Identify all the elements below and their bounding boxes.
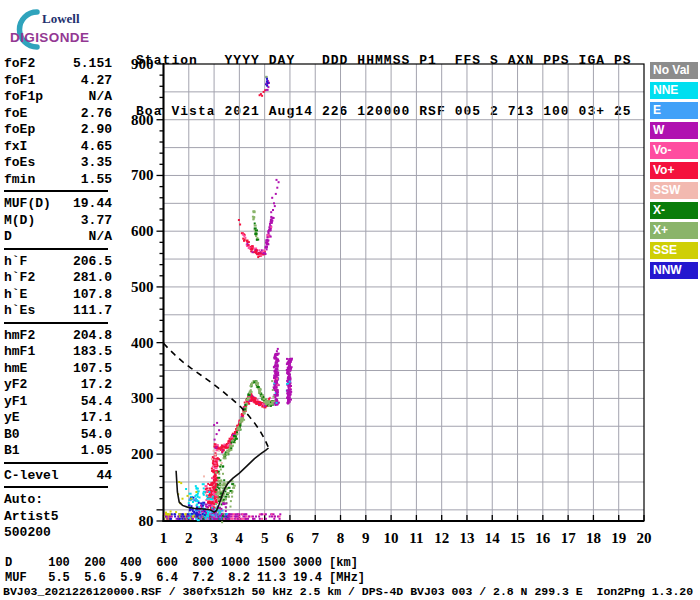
svg-text:18: 18 [586, 530, 601, 546]
svg-text:500: 500 [131, 279, 154, 295]
svg-text:900: 900 [131, 56, 154, 72]
svg-text:4: 4 [236, 530, 244, 546]
muf-row: MUF 5.5 5.6 5.9 6.4 7.2 8.2 11.3 19.4 [M… [5, 571, 365, 586]
legend-item-nnw: NNW [650, 262, 698, 279]
svg-text:700: 700 [131, 167, 154, 183]
legend-item-x+: X+ [650, 222, 698, 239]
svg-text:20: 20 [637, 530, 652, 546]
legend-item-e: E [650, 102, 698, 119]
svg-text:300: 300 [131, 390, 154, 406]
svg-text:14: 14 [485, 530, 501, 546]
legend-item-nne: NNE [650, 82, 698, 99]
svg-text:10: 10 [384, 530, 399, 546]
svg-text:3: 3 [210, 530, 218, 546]
legend-item-noval: No Val [650, 62, 698, 79]
svg-text:400: 400 [131, 335, 154, 351]
file-info-line: BVJ03_2021226120000.RSF / 380fx512h 50 k… [3, 585, 693, 598]
muf-distance-table: D 100 200 400 600 800 1000 1500 3000 [km… [5, 556, 365, 585]
svg-text:17: 17 [561, 530, 577, 546]
svg-text:2: 2 [185, 530, 193, 546]
svg-text:200: 200 [131, 446, 154, 462]
svg-text:1: 1 [160, 530, 168, 546]
svg-text:5: 5 [261, 530, 269, 546]
svg-text:800: 800 [131, 112, 154, 128]
legend-item-vo+: Vo+ [650, 162, 698, 179]
legend-item-sse: SSE [650, 242, 698, 259]
svg-text:7: 7 [311, 530, 319, 546]
legend-item-x-: X- [650, 202, 698, 219]
svg-text:6: 6 [286, 530, 294, 546]
legend-item-ssw: SSW [650, 182, 698, 199]
svg-text:15: 15 [510, 530, 525, 546]
svg-text:11: 11 [409, 530, 423, 546]
echo-direction-legend: No ValNNEEWVo-Vo+SSWX-X+SSENNW [650, 62, 698, 282]
legend-item-vo-: Vo- [650, 142, 698, 159]
svg-text:9: 9 [362, 530, 370, 546]
svg-text:600: 600 [131, 223, 154, 239]
ionogram-screen: Lowell DIGISONDE Station YYYY DAY DDD HH… [0, 0, 700, 600]
svg-text:8: 8 [337, 530, 345, 546]
svg-text:16: 16 [535, 530, 551, 546]
svg-text:19: 19 [611, 530, 626, 546]
d-row: D 100 200 400 600 800 1000 1500 3000 [km… [5, 556, 365, 571]
legend-item-w: W [650, 122, 698, 139]
svg-text:12: 12 [434, 530, 449, 546]
ionogram-plot: 8020030040050060070080090012345678910111… [0, 0, 700, 600]
svg-text:13: 13 [459, 530, 474, 546]
svg-text:80: 80 [139, 513, 154, 529]
